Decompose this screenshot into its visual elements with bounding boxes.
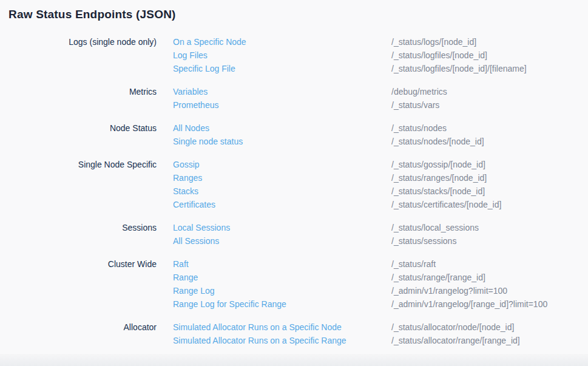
endpoint-link[interactable]: Single node status xyxy=(173,135,243,148)
endpoint-link[interactable]: Prometheus xyxy=(173,98,218,112)
endpoint-path: /_status/allocator/range/[range_id] xyxy=(391,334,520,347)
links-column: Local SessionsAll Sessions xyxy=(173,221,391,248)
endpoint-link[interactable]: Range Log for Specific Range xyxy=(173,297,286,311)
endpoint-path: /_status/nodes xyxy=(391,121,447,135)
endpoint-link[interactable]: Certificates xyxy=(173,198,215,211)
endpoint-path: /_status/raft xyxy=(391,257,436,271)
links-column: VariablesPrometheus xyxy=(173,85,391,112)
category-label: Allocator xyxy=(0,320,157,347)
endpoint-link[interactable]: All Sessions xyxy=(173,234,219,248)
links-column: All NodesSingle node status xyxy=(173,121,391,148)
endpoint-group: Logs (single node only) On a Specific No… xyxy=(0,35,588,75)
endpoint-path: /_status/logfiles/[node_id] xyxy=(391,49,487,62)
endpoint-link[interactable]: Local Sessions xyxy=(173,221,230,234)
endpoint-link[interactable]: Variables xyxy=(173,85,208,98)
links-column: GossipRangesStacksCertificates xyxy=(173,158,391,211)
endpoint-link[interactable]: Raft xyxy=(173,257,189,271)
endpoint-group: Allocator Simulated Allocator Runs on a … xyxy=(0,320,588,347)
endpoint-group: Single Node Specific GossipRangesStacksC… xyxy=(0,158,588,211)
category-label: Metrics xyxy=(0,85,157,112)
paths-column: /_status/logs/[node_id]/_status/logfiles… xyxy=(391,35,588,75)
endpoint-group: Metrics VariablesPrometheus /debug/metri… xyxy=(0,85,588,112)
endpoint-path: /_status/ranges/[node_id] xyxy=(391,171,487,185)
paths-column: /_status/gossip/[node_id]/_status/ranges… xyxy=(391,158,588,211)
category-label: Logs (single node only) xyxy=(0,35,157,75)
endpoint-path: /_status/nodes/[node_id] xyxy=(391,135,484,148)
links-column: On a Specific NodeLog FilesSpecific Log … xyxy=(173,35,391,75)
paths-column: /debug/metrics/_status/vars xyxy=(391,85,588,112)
endpoint-path: /_admin/v1/rangelog/[range_id]?limit=100 xyxy=(391,297,547,311)
endpoint-path: /debug/metrics xyxy=(391,85,447,98)
endpoint-path: /_status/range/[range_id] xyxy=(391,271,485,284)
endpoint-link[interactable]: Ranges xyxy=(173,171,202,185)
links-column: RaftRangeRange LogRange Log for Specific… xyxy=(173,257,391,311)
paths-column: /_status/raft/_status/range/[range_id]/_… xyxy=(391,257,588,311)
endpoint-path: /_status/sessions xyxy=(391,234,456,248)
category-label: Cluster Wide xyxy=(0,257,157,311)
endpoint-group: Sessions Local SessionsAll Sessions /_st… xyxy=(0,221,588,248)
category-label: Sessions xyxy=(0,221,157,248)
endpoint-path: /_status/local_sessions xyxy=(391,221,479,234)
endpoint-link[interactable]: On a Specific Node xyxy=(173,35,246,49)
endpoint-path: /_status/vars xyxy=(391,98,439,112)
endpoint-link[interactable]: Log Files xyxy=(173,49,208,62)
endpoint-link[interactable]: Stacks xyxy=(173,185,198,198)
category-label: Node Status xyxy=(0,121,157,148)
endpoint-link[interactable]: Simulated Allocator Runs on a Specific R… xyxy=(173,334,346,347)
endpoint-group: Cluster Wide RaftRangeRange LogRange Log… xyxy=(0,257,588,311)
endpoint-link[interactable]: Gossip xyxy=(173,158,200,171)
paths-column: /_status/nodes/_status/nodes/[node_id] xyxy=(391,121,588,148)
endpoint-link[interactable]: Simulated Allocator Runs on a Specific N… xyxy=(173,320,342,334)
endpoint-path: /_status/certificates/[node_id] xyxy=(391,198,501,211)
endpoint-path: /_status/logfiles/[node_id]/[filename] xyxy=(391,62,527,75)
endpoint-path: /_admin/v1/rangelog?limit=100 xyxy=(391,284,507,297)
endpoint-path: /_status/allocator/node/[node_id] xyxy=(391,320,514,334)
endpoint-groups: Logs (single node only) On a Specific No… xyxy=(0,35,588,347)
paths-column: /_status/local_sessions/_status/sessions xyxy=(391,221,588,248)
endpoint-link[interactable]: Range Log xyxy=(173,284,215,297)
category-label: Single Node Specific xyxy=(0,158,157,211)
endpoint-group: Node Status All NodesSingle node status … xyxy=(0,121,588,148)
debug-endpoints-page: { "page": { "title": "Raw Status Endpoin… xyxy=(0,0,588,366)
endpoint-link[interactable]: Range xyxy=(173,271,198,284)
endpoint-path: /_status/logs/[node_id] xyxy=(391,35,476,49)
paths-column: /_status/allocator/node/[node_id]/_statu… xyxy=(391,320,588,347)
links-column: Simulated Allocator Runs on a Specific N… xyxy=(173,320,391,347)
endpoint-path: /_status/gossip/[node_id] xyxy=(391,158,485,171)
endpoint-link[interactable]: All Nodes xyxy=(173,121,209,135)
endpoint-path: /_status/stacks/[node_id] xyxy=(391,185,485,198)
page-title: Raw Status Endpoints (JSON) xyxy=(8,8,588,21)
footer-strip xyxy=(0,354,588,366)
endpoint-link[interactable]: Specific Log File xyxy=(173,62,235,75)
